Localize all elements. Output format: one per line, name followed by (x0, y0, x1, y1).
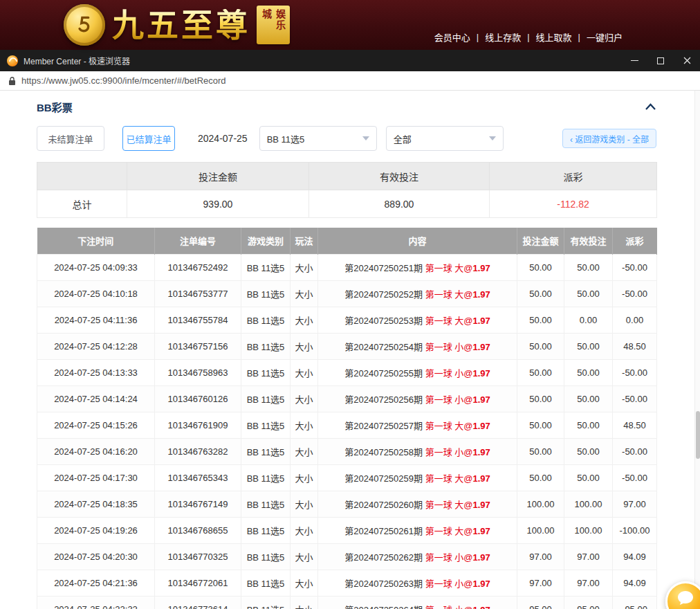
cell-play-type: 大小 (291, 543, 318, 570)
cell-valid-bet: 50.00 (564, 412, 613, 438)
summary-payout: -112.82 (490, 190, 657, 218)
cell-bet-time: 2024-07-25 04:14:24 (37, 385, 155, 412)
cell-payout: 94.09 (613, 543, 657, 570)
cell-play-type: 大小 (291, 517, 318, 543)
column-header: 注单编号 (155, 228, 241, 254)
cell-order-id: 101346757156 (155, 333, 241, 359)
cell-bet-time: 2024-07-25 04:17:30 (37, 464, 155, 491)
cell-bet-time: 2024-07-25 04:11:36 (37, 307, 155, 333)
site-logo[interactable]: 九五至尊 娱乐城 (64, 4, 290, 46)
cell-order-id: 101346763282 (155, 438, 241, 464)
lock-icon (8, 76, 16, 86)
cell-payout: -50.00 (613, 359, 657, 385)
table-row: 2024-07-25 04:16:20101346763282BB 11选5大小… (37, 438, 657, 464)
cell-payout: -50.00 (613, 464, 657, 491)
cell-play-type: 大小 (291, 307, 318, 333)
game-select[interactable]: BB 11选5 (259, 126, 377, 151)
cell-bet-time: 2024-07-25 04:15:26 (37, 412, 155, 438)
cell-order-id: 101346773614 (155, 596, 241, 609)
cell-order-id: 101346765343 (155, 464, 241, 491)
cell-content: 第202407250258期 第一球 小@1.97 (318, 438, 517, 464)
cell-valid-bet: 97.00 (564, 543, 613, 570)
chevron-down-icon (362, 136, 369, 140)
cell-payout: -50.00 (613, 254, 657, 280)
date-picker[interactable]: 2024-07-25 (198, 133, 248, 144)
maximize-button[interactable] (647, 50, 674, 71)
cell-content: 第202407250251期 第一球 大@1.97 (318, 254, 517, 280)
records-table: 下注时间注单编号游戏类别玩法内容投注金额有效投注派彩 2024-07-25 04… (37, 228, 657, 609)
cell-order-id: 101346758963 (155, 359, 241, 385)
cell-bet-time: 2024-07-25 04:18:35 (37, 491, 155, 517)
browser-app-icon (7, 55, 18, 66)
summary-valid-bet: 889.00 (309, 190, 490, 218)
column-header: 玩法 (291, 228, 318, 254)
cell-bet-time: 2024-07-25 04:22:32 (37, 596, 155, 609)
type-select[interactable]: 全部 (386, 126, 504, 151)
cell-game-type: BB 11选5 (241, 543, 291, 570)
summary-total-row: 总计 939.00 889.00 -112.82 (37, 190, 657, 218)
settled-tab[interactable]: 已结算注单 (122, 126, 175, 151)
table-row: 2024-07-25 04:12:28101346757156BB 11选5大小… (37, 333, 657, 359)
unsettled-tab[interactable]: 未结算注单 (37, 126, 104, 151)
cell-order-id: 101346755784 (155, 307, 241, 333)
cell-valid-bet: 50.00 (564, 254, 613, 280)
cell-game-type: BB 11选5 (241, 438, 291, 464)
table-row: 2024-07-25 04:20:30101346770325BB 11选5大小… (37, 543, 657, 570)
filter-bar: 未结算注单 已结算注单 2024-07-25 BB 11选5 全部 ‹ 返回游戏… (37, 126, 656, 151)
cell-bet-time: 2024-07-25 04:09:33 (37, 254, 155, 280)
banner-link-3[interactable]: 线上取款 (536, 30, 572, 44)
cell-valid-bet: 50.00 (564, 333, 613, 359)
cell-game-type: BB 11选5 (241, 333, 291, 359)
cell-bet-time: 2024-07-25 04:12:28 (37, 333, 155, 359)
cell-bet-amount: 50.00 (517, 412, 564, 438)
url-text: https://www.jw05.cc:9900/infe/mcenter/#/… (21, 75, 226, 86)
cell-game-type: BB 11选5 (241, 491, 291, 517)
address-bar[interactable]: https://www.jw05.cc:9900/infe/mcenter/#/… (0, 71, 700, 91)
cell-content: 第202407250259期 第一球 大@1.97 (318, 464, 517, 491)
table-row: 2024-07-25 04:13:33101346758963BB 11选5大小… (37, 359, 657, 385)
cell-play-type: 大小 (291, 359, 318, 385)
cell-order-id: 101346752492 (155, 254, 241, 280)
cell-bet-amount: 50.00 (517, 359, 564, 385)
table-row: 2024-07-25 04:21:36101346772061BB 11选5大小… (37, 570, 657, 596)
cell-content: 第202407250257期 第一球 大@1.97 (318, 412, 517, 438)
cell-valid-bet: 50.00 (564, 280, 613, 307)
cell-game-type: BB 11选5 (241, 464, 291, 491)
summary-header-row: 投注金额 有效投注 派彩 (37, 163, 657, 190)
cell-game-type: BB 11选5 (241, 596, 291, 609)
cell-bet-time: 2024-07-25 04:16:20 (37, 438, 155, 464)
minimize-button[interactable] (621, 50, 647, 71)
back-to-category-button[interactable]: ‹ 返回游戏类别 - 全部 (562, 129, 656, 148)
minimize-icon (631, 60, 638, 61)
banner-link-2[interactable]: 线上存款 (485, 30, 521, 44)
table-row: 2024-07-25 04:22:32101346773614BB 11选5大小… (37, 596, 657, 609)
collapse-button[interactable] (645, 103, 656, 111)
nav-separator: | (527, 32, 529, 42)
banner-link-1[interactable]: 会员中心 (434, 30, 470, 44)
scrollbar-thumb[interactable] (696, 411, 700, 459)
browser-titlebar: Member Center - 极速浏览器 (0, 50, 700, 71)
table-row: 2024-07-25 04:11:36101346755784BB 11选5大小… (37, 307, 657, 333)
cell-bet-amount: 50.00 (517, 280, 564, 307)
logo-text: 九五至尊 (112, 9, 250, 41)
cell-payout: 94.09 (613, 570, 657, 596)
cell-valid-bet: 50.00 (564, 359, 613, 385)
table-row: 2024-07-25 04:10:18101346753777BB 11选5大小… (37, 280, 657, 307)
banner-link-4[interactable]: 一键归户 (587, 30, 623, 44)
column-header: 投注金额 (517, 228, 564, 254)
cell-play-type: 大小 (291, 438, 318, 464)
summary-total-label: 总计 (37, 190, 127, 218)
cell-payout: -50.00 (613, 385, 657, 412)
bet-record-page: BB彩票 未结算注单 已结算注单 2024-07-25 BB 11选5 全部 ‹… (0, 100, 700, 609)
chevron-down-icon (489, 136, 496, 140)
cell-valid-bet: 0.00 (564, 307, 613, 333)
cell-game-type: BB 11选5 (241, 517, 291, 543)
close-button[interactable] (674, 50, 700, 71)
scrollbar-track[interactable] (694, 91, 700, 609)
column-header: 游戏类别 (241, 228, 291, 254)
cell-bet-amount: 50.00 (517, 385, 564, 412)
summary-corner-cell (37, 163, 127, 190)
column-header: 内容 (318, 228, 517, 254)
cell-payout: 48.50 (613, 333, 657, 359)
cell-bet-amount: 50.00 (517, 254, 564, 280)
